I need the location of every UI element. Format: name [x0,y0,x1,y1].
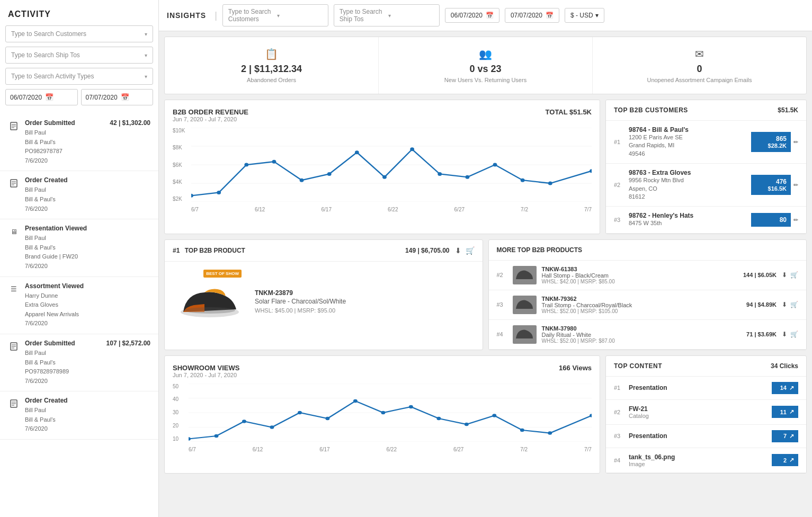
svg-point-50 [298,411,302,414]
ship-to-search[interactable]: Type to Search Ship Tos ▾ [5,47,153,64]
customer-row: #298763 - Extra Gloves9956 Rocky Mtn Blv… [606,164,806,207]
topbar-customer-search[interactable]: Type to Search Customers ▾ [222,4,328,26]
showroom-header: SHOWROOM VIEWS Jun 7, 2020 - Jul 7, 2020… [173,364,592,378]
activity-type-label: Order Created [25,176,68,184]
activity-item: Order Submitted42 | $1,302.00Bill PaulBi… [0,114,158,171]
date-to[interactable]: 07/07/2020 📅 [81,89,154,105]
share-icon[interactable]: ↗ [789,433,794,440]
activity-item: Order Submitted107 | $2,572.00Bill PaulB… [0,334,158,391]
content-name: Presentation [629,384,766,391]
svg-point-57 [492,414,496,417]
content-rank: #3 [614,433,623,439]
topbar-date-from[interactable]: 06/07/2020 📅 [445,8,499,23]
svg-point-25 [300,179,304,182]
activity-type-label: Order Submitted [25,340,75,347]
activity-type-icon [8,398,20,409]
product-info: TNKM-37980Daily Ritual - WhiteWHSL: $52.… [542,325,742,344]
stat-abandoned-orders: 📋 2 | $11,312.34 Abandoned Orders [165,37,379,94]
product-body: BEST OF SHOW TNKM-23879 Solar Flare - [165,262,483,341]
content-rank: #1 [614,385,623,391]
calendar-icon: 📅 [121,93,129,101]
chart-title-group: B2B ORDER REVENUE Jun 7, 2020 - Jul 7, 2… [173,108,248,122]
svg-point-32 [493,163,497,167]
svg-point-59 [548,431,552,435]
activity-type-icon [8,120,20,132]
svg-point-52 [353,399,358,403]
main-area: INSIGHTS | Type to Search Customers ▾ Ty… [159,0,812,517]
customer-info: 98764 - Bill & Paul's1200 E Paris Ave SE… [629,126,746,158]
cart-icon[interactable]: 🛒 [790,331,798,338]
content-name: Presentation [629,432,766,440]
cart-icon[interactable]: 🛒 [790,271,798,279]
share-icon[interactable]: ↗ [789,385,794,391]
b2b-line-chart [191,128,592,202]
chart-svg-container [191,128,592,202]
products-row: #1 TOP B2B PRODUCT 149 | $6,705.00 ⬇ 🛒 B… [164,239,807,350]
download-icon[interactable]: ⬇ [782,331,787,338]
svg-point-54 [409,405,413,408]
customer-bar: 80 [751,213,791,227]
activity-details: Bill PaulBill & Paul'sPO978289789897/6/2… [25,349,150,386]
best-of-show-badge: BEST OF SHOW [203,270,242,278]
topbar-shipto-search[interactable]: Type to Search Ship Tos ▾ [334,4,440,26]
topbar: INSIGHTS | Type to Search Customers ▾ Ty… [159,0,812,31]
showroom-y-labels: 50 40 30 20 10 [173,384,186,442]
download-icon[interactable]: ⬇ [455,246,461,255]
middle-row: B2B ORDER REVENUE Jun 7, 2020 - Jul 7, 2… [164,100,807,234]
svg-point-47 [215,434,219,438]
activity-type-search[interactable]: Type to Search Activity Types ▾ [5,68,153,85]
customers-header: TOP B2B CUSTOMERS $51.5K [606,100,806,121]
sidebar: ACTIVITY Type to Search Customers ▾ Type… [0,0,159,517]
topbar-title: INSIGHTS [167,11,206,20]
cart-icon[interactable]: 🛒 [466,246,475,255]
svg-point-37 [184,307,235,314]
product-rank: #3 [497,301,507,308]
product-actions: ⬇ 🛒 [455,246,475,255]
calendar-icon: 📅 [546,12,554,19]
edit-icon[interactable]: ✏ [793,217,798,224]
chevron-down-icon: ▾ [277,13,323,19]
customer-row: #398762 - Henley's Hats8475 W 35th80✏ [606,207,806,233]
product-name: Daily Ritual - White [542,332,742,338]
customer-name: 98762 - Henley's Hats [629,212,746,219]
activity-item: Order CreatedBill PaulBill & Paul's7/6/2… [0,171,158,219]
customer-bar: 865$28.2K [751,132,791,152]
download-icon[interactable]: ⬇ [782,271,787,279]
product-stats: 144 | $6.05K [743,272,777,278]
download-icon[interactable]: ⬇ [782,301,787,308]
customer-name: 98763 - Extra Gloves [629,169,746,176]
content-area: 📋 2 | $11,312.34 Abandoned Orders 👥 0 vs… [159,31,812,517]
customer-address: 1200 E Paris Ave SEGrand Rapids, MI49546 [629,133,746,158]
content-count-bar: 7↗ [772,430,798,442]
showroom-line-chart [189,384,592,442]
product-header: #1 TOP B2B PRODUCT 149 | $6,705.00 ⬇ 🛒 [165,240,483,262]
topbar-date-to[interactable]: 07/07/2020 📅 [505,8,559,23]
edit-icon[interactable]: ✏ [793,139,798,146]
share-icon[interactable]: ↗ [789,408,794,415]
cart-icon[interactable]: 🛒 [790,301,798,308]
edit-icon[interactable]: ✏ [793,182,798,189]
activity-type-label: Presentation Viewed [25,225,87,232]
content-count-bar: 11↗ [772,406,798,418]
content-row: #1Presentation14↗ [606,377,806,400]
customer-row: #198764 - Bill & Paul's1200 E Paris Ave … [606,121,806,164]
more-product-row: #3TNKM-79362Trail Stomp - Charcoal/Royal… [489,290,807,320]
share-icon[interactable]: ↗ [789,457,794,463]
orders-icon: 📋 [170,48,373,60]
product-name: Trail Stomp - Charcoal/Royal/Black [542,302,742,308]
svg-point-31 [465,175,469,179]
date-from[interactable]: 06/07/2020 📅 [5,89,78,105]
email-icon: ✉ [598,48,801,60]
stat-users: 👥 0 vs 23 New Users Vs. Returning Users [379,37,593,94]
customer-search[interactable]: Type to Search Customers ▾ [5,25,153,42]
activity-type-label: Order Submitted [25,119,75,127]
activity-content: Order Submitted107 | $2,572.00Bill PaulB… [25,340,150,386]
svg-point-58 [520,428,524,432]
chevron-down-icon: ▾ [388,13,434,19]
svg-point-53 [381,411,385,414]
topbar-currency[interactable]: $ - USD ▾ [565,8,604,23]
svg-point-23 [244,163,248,167]
showroom-row: SHOWROOM VIEWS Jun 7, 2020 - Jul 7, 2020… [164,355,807,474]
svg-point-30 [438,172,442,176]
showroom-x-labels: 6/7 6/12 6/17 6/22 6/27 7/2 7/7 [189,447,592,452]
